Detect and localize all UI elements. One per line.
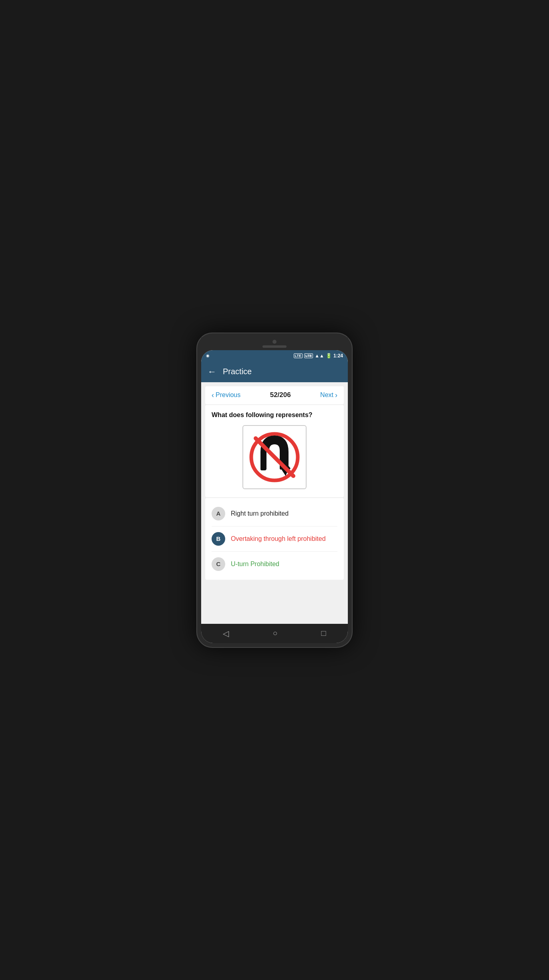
time-display: 1:24 [333,353,343,359]
answers-card: A Right turn prohibited B Overtaking thr… [205,498,344,580]
answer-text-c: U-turn Prohibited [231,561,279,568]
answer-item-b[interactable]: B Overtaking through left prohibited [212,526,337,552]
main-content: ‹ Previous 52/206 Next › What does follo… [201,382,348,624]
next-button[interactable]: Next › [320,391,337,399]
answer-item-a[interactable]: A Right turn prohibited [212,501,337,526]
navigation-card: ‹ Previous 52/206 Next › [205,386,344,404]
lte2-label: LTE [304,353,313,358]
chevron-left-icon: ‹ [212,391,214,399]
sign-image-container [212,425,337,489]
question-text: What does following represents? [212,411,337,419]
status-left: ◉ [206,353,210,358]
app-title: Practice [223,367,252,376]
battery-icon: 🔋 [326,353,332,359]
answer-circle-c: C [212,557,225,571]
chevron-right-icon: › [335,391,337,399]
recent-nav-button[interactable]: □ [321,629,326,638]
question-card: What does following represents? [205,405,344,497]
next-label: Next [320,391,333,399]
phone-shell: ◉ LTE LTE ▲▲ 🔋 1:24 ← Practice ‹ Previou… [196,333,353,648]
camera-dot [272,340,277,344]
phone-screen: ◉ LTE LTE ▲▲ 🔋 1:24 ← Practice ‹ Previou… [201,350,348,643]
back-button[interactable]: ← [208,367,216,376]
nav-bar: ◁ ○ □ [201,624,348,643]
answer-circle-a: A [212,507,225,520]
bottom-space [205,580,344,620]
signal-bars: ▲▲ [315,353,324,359]
lte-label: LTE [294,353,303,358]
back-nav-button[interactable]: ◁ [223,629,229,638]
top-notch [201,337,348,345]
home-nav-button[interactable]: ○ [272,629,277,638]
status-right: LTE LTE ▲▲ 🔋 1:24 [294,353,343,359]
signal-indicator: ◉ [206,353,210,358]
question-count: 52/206 [270,391,291,399]
no-uturn-sign-icon [248,431,301,483]
answer-letter-c: C [216,561,221,567]
answer-letter-b: B [216,535,221,542]
answer-text-b: Overtaking through left prohibited [231,535,326,542]
previous-button[interactable]: ‹ Previous [212,391,240,399]
app-bar: ← Practice [201,361,348,382]
answer-text-a: Right turn prohibited [231,510,289,517]
answer-item-c[interactable]: C U-turn Prohibited [212,552,337,577]
status-bar: ◉ LTE LTE ▲▲ 🔋 1:24 [201,350,348,361]
sign-box [242,425,307,489]
answer-circle-b: B [212,532,225,546]
previous-label: Previous [216,391,240,399]
speaker-bar [262,345,287,348]
answer-letter-a: A [216,510,221,517]
